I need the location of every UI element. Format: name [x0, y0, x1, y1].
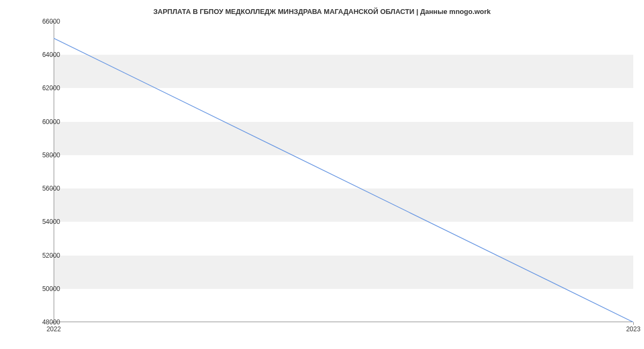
x-tick-label: 2022: [47, 325, 61, 333]
y-tick-label: 60000: [28, 118, 60, 126]
y-tick-label: 54000: [28, 218, 60, 226]
y-tick-label: 48000: [28, 318, 60, 326]
y-tick-label: 52000: [28, 252, 60, 259]
chart-title: ЗАРПЛАТА В ГБПОУ МЕДКОЛЛЕДЖ МИНЗДРАВА МА…: [0, 8, 644, 16]
x-tick-label: 2023: [626, 325, 641, 333]
svg-line-0: [54, 38, 633, 322]
y-tick-label: 66000: [28, 18, 60, 25]
y-tick-label: 58000: [28, 151, 60, 159]
chart-container: ЗАРПЛАТА В ГБПОУ МЕДКОЛЛЕДЖ МИНЗДРАВА МА…: [0, 0, 644, 349]
data-line: [54, 21, 633, 322]
x-tick-mark: [633, 322, 634, 325]
y-tick-label: 62000: [28, 84, 60, 92]
y-tick-label: 56000: [28, 185, 60, 192]
y-tick-label: 50000: [28, 285, 60, 293]
y-tick-label: 64000: [28, 51, 60, 59]
plot-area: 20222023: [54, 21, 633, 322]
